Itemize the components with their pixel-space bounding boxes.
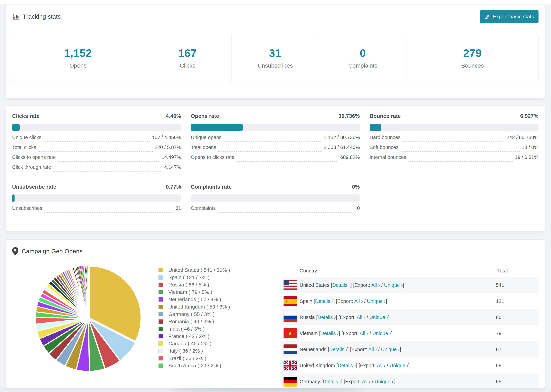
- vn-flag-icon: [283, 328, 297, 338]
- legend-item: Germany ( 55 / 3% ): [158, 310, 230, 318]
- stat-value: 279: [463, 47, 482, 59]
- detail-row: Unique opens 1,152 / 30.736%: [191, 135, 360, 145]
- dotted-leader: [58, 161, 160, 162]
- pie-slice: [49, 319, 87, 360]
- country-cell: United Kingdom [Details ›] [Export: All …: [300, 363, 410, 368]
- pie-slice: [65, 320, 88, 370]
- rate-title: Unsubscribe rate: [12, 184, 56, 190]
- rate-panel: Clicks rate 4.46% Unique clicks 167 / 4.…: [12, 113, 181, 174]
- dotted-leader: [401, 151, 520, 152]
- export-basic-stats-button[interactable]: Export basic stats: [480, 10, 538, 23]
- geo-table: Country Total United States [Details ›] …: [282, 264, 539, 388]
- dotted-leader: [224, 141, 322, 142]
- legend-item: United Kingdom ( 59 / 3% ): [158, 303, 230, 310]
- pie-slice: [60, 273, 88, 317]
- legend-swatch: [158, 312, 163, 316]
- pie-slice: [76, 320, 89, 371]
- pie-legend: United States ( 541 / 31% ) Spain ( 121 …: [158, 266, 230, 369]
- country-cell: Vietnam [Details ›] [Export: All › / Uni…: [300, 331, 393, 336]
- detail-value: 4.147%: [164, 164, 181, 170]
- detail-value: 0: [357, 205, 360, 211]
- export-unique-link[interactable]: Unique ›: [372, 331, 391, 336]
- export-unique-link[interactable]: Unique ›: [369, 315, 388, 320]
- export-unique-link[interactable]: Unique ›: [367, 298, 386, 304]
- pie-slice: [35, 318, 87, 324]
- progress-bar: [12, 195, 181, 202]
- legend-item: France ( 42 / 2% ): [158, 332, 230, 340]
- export-unique-link[interactable]: Unique ›: [389, 363, 408, 368]
- legend-label: Canada ( 40 / 2% ): [168, 341, 212, 347]
- legend-label: Russia ( 86 / 5% ): [168, 282, 209, 288]
- legend-swatch: [158, 341, 163, 346]
- details-link[interactable]: Details ›: [329, 347, 347, 352]
- legend-item: India ( 46 / 3% ): [158, 325, 230, 332]
- rate-panel: Unsubscribe rate 0.77% Unsubscribes 31: [12, 184, 181, 215]
- pie-slice: [87, 266, 88, 317]
- rate-value: 0.77%: [166, 184, 181, 190]
- export-unique-link[interactable]: Unique ›: [374, 379, 393, 384]
- legend-label: India ( 46 / 3% ): [168, 326, 205, 332]
- legend-item: Netherlands ( 67 / 4% ): [158, 296, 230, 303]
- export-unique-link[interactable]: Unique ›: [384, 282, 403, 288]
- legend-label: Italy ( 36 / 2% ): [168, 348, 203, 354]
- geo-pie-chart: [6, 263, 170, 388]
- detail-value: 19 / 6.81%: [515, 154, 538, 160]
- table-row: United Kingdom [Details ›] [Export: All …: [282, 357, 539, 373]
- detail-label: Total opens: [191, 145, 216, 150]
- dotted-leader: [218, 212, 355, 213]
- export-all-link[interactable]: All ›: [357, 315, 365, 320]
- stat-value: 31: [269, 47, 281, 59]
- export-all-link[interactable]: All ›: [368, 347, 377, 352]
- export-all-link[interactable]: All ›: [360, 331, 368, 336]
- pie-slice: [78, 266, 88, 317]
- legend-label: United States ( 541 / 31% ): [168, 267, 230, 273]
- pie-slice: [83, 266, 88, 317]
- export-button-label: Export basic stats: [493, 14, 534, 20]
- table-row: Vietnam [Details ›] [Export: All › / Uni…: [282, 325, 539, 341]
- legend-item: Spain ( 121 / 7% ): [158, 274, 230, 281]
- rate-panel: Complaints rate 0% Complaints 0: [191, 184, 360, 215]
- detail-row: Opens to clicks rate 689.82%: [191, 154, 360, 164]
- export-all-link[interactable]: All ›: [371, 282, 380, 288]
- details-link[interactable]: Details ›: [315, 298, 333, 304]
- pie-slice: [64, 271, 88, 317]
- pie-slice: [36, 319, 87, 331]
- pie-slice: [80, 266, 88, 317]
- country-cell: United States [Details ›] [Export: All ›…: [300, 282, 404, 288]
- export-all-link[interactable]: All ›: [377, 363, 385, 368]
- detail-row: Total opens 2,303 / 61.446%: [191, 145, 360, 154]
- rate-title: Opens rate: [191, 113, 219, 119]
- detail-label: Complaints: [191, 205, 216, 211]
- details-link[interactable]: Details ›: [320, 331, 339, 336]
- legend-item: Brazil ( 33 / 2% ): [158, 355, 230, 362]
- total-cell: 59: [496, 363, 501, 368]
- progress-fill: [12, 124, 20, 131]
- export-all-link[interactable]: All ›: [354, 298, 363, 304]
- legend-swatch: [158, 356, 163, 361]
- total-cell: 541: [496, 282, 504, 288]
- dotted-leader: [236, 161, 338, 162]
- stat-tile: 279 Bounces: [407, 34, 538, 82]
- table-row: Netherlands [Details ›] [Export: All › /…: [282, 341, 539, 357]
- details-link[interactable]: Details ›: [338, 363, 356, 368]
- pie-slice: [56, 320, 88, 366]
- detail-value: 167 / 4.456%: [152, 135, 181, 140]
- details-link[interactable]: Details ›: [323, 379, 341, 384]
- legend-swatch: [158, 364, 163, 368]
- export-all-link[interactable]: All ›: [362, 379, 370, 384]
- legend-swatch: [158, 334, 163, 338]
- dotted-leader: [53, 171, 162, 172]
- details-link[interactable]: Details ›: [318, 315, 336, 320]
- legend-swatch: [158, 283, 163, 287]
- table-row: Russia [Details ›] [Export: All › / Uniq…: [282, 309, 539, 325]
- pie-slice: [53, 277, 87, 317]
- export-unique-link[interactable]: Unique ›: [381, 347, 400, 352]
- pie-slice: [84, 266, 88, 317]
- details-link[interactable]: Details ›: [332, 282, 350, 288]
- detail-row: Unique clicks 167 / 4.456%: [12, 135, 181, 145]
- legend-label: Spain ( 121 / 7% ): [168, 274, 209, 280]
- geo-table-header: Country Total: [282, 264, 539, 277]
- table-row: Spain [Details ›] [Export: All › / Uniqu…: [282, 293, 539, 309]
- country-cell: Germany [Details ›] [Export: All › / Uni…: [300, 379, 395, 385]
- pie-slice: [42, 289, 87, 318]
